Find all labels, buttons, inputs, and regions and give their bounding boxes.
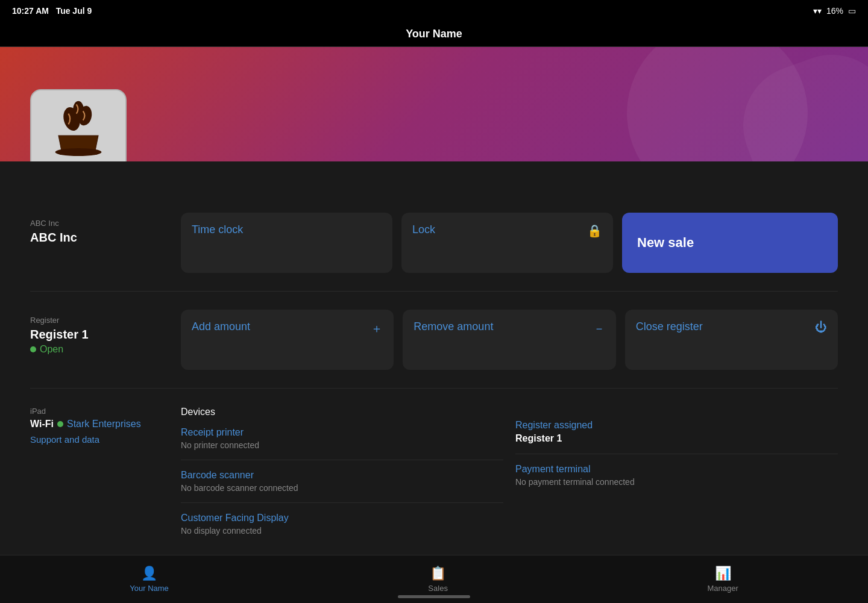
payment-terminal-status: No payment terminal connected <box>515 477 838 487</box>
new-sale-button[interactable]: New sale <box>622 213 838 273</box>
add-amount-button[interactable]: Add amount ＋ <box>181 310 394 370</box>
store-info: ABC Inc ABC Inc <box>30 213 169 245</box>
sales-icon: 📋 <box>430 566 446 581</box>
nav-your-name-label: Your Name <box>130 584 169 593</box>
store-actions-row: ABC Inc ABC Inc Time clock Lock 🔒 New sa… <box>30 195 838 292</box>
main-content: ABC Inc ABC Inc Time clock Lock 🔒 New sa… <box>0 161 868 563</box>
company-name: ABC Inc <box>30 231 169 245</box>
add-amount-label: Add amount <box>192 320 250 333</box>
status-time: 10:27 AM <box>12 6 49 16</box>
receipt-printer-link[interactable]: Receipt printer <box>181 427 503 438</box>
power-icon: ⏻ <box>815 320 827 334</box>
hero-banner: Coffee House <box>0 47 868 161</box>
status-time-date: 10:27 AM Tue Jul 9 <box>12 6 92 16</box>
close-register-button[interactable]: Close register ⏻ <box>625 310 838 370</box>
remove-amount-label: Remove amount <box>414 320 493 333</box>
barcode-scanner-item: Barcode scanner No barcode scanner conne… <box>181 460 503 503</box>
minus-icon: － <box>593 320 605 337</box>
battery-icon: ▭ <box>848 6 856 16</box>
store-logo: Coffee House <box>30 89 127 161</box>
devices-section: iPad Wi-Fi Stark Enterprises Support and… <box>30 389 838 563</box>
nav-sales-label: Sales <box>428 584 448 593</box>
wifi-network-name: Stark Enterprises <box>67 419 141 430</box>
register-assigned-title[interactable]: Register assigned <box>515 420 838 431</box>
svg-point-1 <box>55 148 102 155</box>
home-indicator <box>398 595 470 598</box>
time-clock-label: Time clock <box>192 223 243 236</box>
manager-icon: 📊 <box>715 566 731 581</box>
open-dot-icon <box>30 346 36 352</box>
register-label: Register <box>30 316 169 325</box>
support-link[interactable]: Support and data <box>30 434 169 445</box>
register-assigned-value: Register 1 <box>515 433 838 454</box>
nav-manager-label: Manager <box>707 584 738 593</box>
customer-facing-display-item: Customer Facing Display No display conne… <box>181 503 503 545</box>
your-name-icon: 👤 <box>141 566 157 581</box>
customer-facing-display-status: No display connected <box>181 526 503 536</box>
wifi-line: Wi-Fi Stark Enterprises <box>30 419 169 430</box>
barcode-scanner-status: No barcode scanner connected <box>181 483 503 493</box>
lock-label: Lock <box>412 223 435 236</box>
battery-percent: 16% <box>826 6 843 16</box>
status-date: Tue Jul 9 <box>56 6 92 16</box>
receipt-printer-item: Receipt printer No printer connected <box>181 417 503 460</box>
status-bar: 10:27 AM Tue Jul 9 ▾▾ 16% ▭ <box>0 0 868 22</box>
new-sale-label: New sale <box>637 235 694 251</box>
payment-terminal-link[interactable]: Payment terminal <box>515 464 838 475</box>
wifi-label: Wi-Fi <box>30 419 54 430</box>
remove-amount-button[interactable]: Remove amount － <box>403 310 615 370</box>
devices-col-right: Register assigned Register 1 Payment ter… <box>515 407 838 545</box>
register-status-row: Open <box>30 344 169 355</box>
ipad-label: iPad <box>30 407 169 416</box>
wifi-dot-icon <box>57 421 63 427</box>
lock-button[interactable]: Lock 🔒 <box>401 213 613 273</box>
plus-icon: ＋ <box>371 320 383 337</box>
devices-right: Devices Receipt printer No printer conne… <box>181 407 838 545</box>
register-info: Register Register 1 Open <box>30 310 169 355</box>
register-actions: Add amount ＋ Remove amount － Close regis… <box>181 310 838 370</box>
page-title: Your Name <box>406 28 462 40</box>
quick-actions: Time clock Lock 🔒 New sale <box>181 213 838 273</box>
devices-col-left: Devices Receipt printer No printer conne… <box>181 407 503 545</box>
nav-sales[interactable]: 📋 Sales <box>404 561 472 598</box>
status-right: ▾▾ 16% ▭ <box>813 6 856 16</box>
barcode-scanner-link[interactable]: Barcode scanner <box>181 470 503 481</box>
register-row: Register Register 1 Open Add amount ＋ Re… <box>30 292 838 389</box>
close-register-label: Close register <box>636 320 703 333</box>
support-label: Support and data <box>30 434 99 445</box>
customer-facing-display-link[interactable]: Customer Facing Display <box>181 513 503 523</box>
lock-icon: 🔒 <box>587 223 602 238</box>
coffee-logo-svg <box>45 96 112 162</box>
register-name: Register 1 <box>30 328 169 342</box>
devices-section-label: Devices <box>181 407 503 417</box>
wifi-status-icon: ▾▾ <box>813 6 822 16</box>
title-bar: Your Name <box>0 22 868 47</box>
register-status: Open <box>40 344 63 355</box>
time-clock-button[interactable]: Time clock <box>181 213 392 273</box>
nav-manager[interactable]: 📊 Manager <box>683 561 762 598</box>
ipad-info: iPad Wi-Fi Stark Enterprises Support and… <box>30 407 169 445</box>
receipt-printer-status: No printer connected <box>181 440 503 450</box>
nav-your-name[interactable]: 👤 Your Name <box>105 561 193 598</box>
company-label: ABC Inc <box>30 219 169 228</box>
